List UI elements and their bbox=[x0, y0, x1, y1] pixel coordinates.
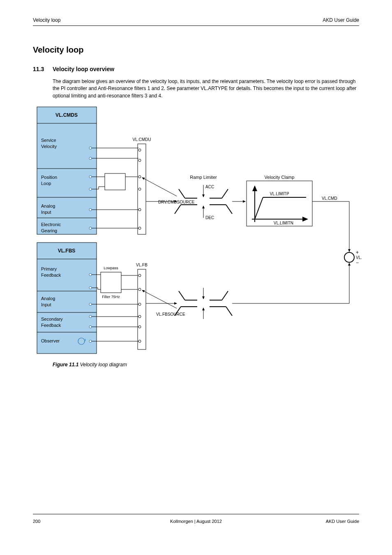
page-title: Velocity loop bbox=[33, 45, 83, 55]
svg-text:Service: Service bbox=[41, 138, 56, 143]
velocity-loop-diagram: VL.CMDS Service Velocity Position Loop A… bbox=[33, 103, 362, 358]
svg-point-30 bbox=[138, 188, 141, 190]
svg-line-45 bbox=[179, 189, 185, 198]
svg-text:VL.LIMITP: VL.LIMITP bbox=[270, 192, 289, 196]
svg-point-86 bbox=[89, 315, 92, 318]
svg-text:Lowpass: Lowpass bbox=[104, 266, 118, 270]
rule-bottom bbox=[33, 514, 359, 514]
svg-point-88 bbox=[89, 340, 92, 342]
svg-text:Electronic: Electronic bbox=[41, 222, 61, 227]
svg-text:Ramp Limiter: Ramp Limiter bbox=[190, 175, 217, 180]
svg-line-117 bbox=[179, 291, 185, 300]
svg-point-19 bbox=[89, 227, 92, 229]
svg-point-102 bbox=[138, 303, 141, 305]
svg-point-101 bbox=[138, 288, 141, 291]
svg-text:DRV.CMDSOURCE: DRV.CMDSOURCE bbox=[158, 200, 195, 204]
svg-text:VL.CMDS: VL.CMDS bbox=[55, 112, 78, 118]
svg-text:Primary: Primary bbox=[41, 266, 57, 271]
figure-caption: Figure 11.1 Velocity loop diagram bbox=[53, 362, 357, 368]
intro-paragraph: The diagram below gives an overview of t… bbox=[53, 78, 357, 99]
svg-text:Position: Position bbox=[41, 175, 57, 180]
svg-line-120 bbox=[226, 307, 232, 316]
svg-point-100 bbox=[138, 274, 141, 277]
svg-point-12 bbox=[89, 176, 92, 178]
svg-text:Input: Input bbox=[41, 302, 51, 307]
svg-text:Secondary: Secondary bbox=[41, 317, 63, 321]
svg-line-118 bbox=[222, 291, 228, 300]
svg-rect-0 bbox=[37, 107, 97, 234]
svg-text:VL.FB: VL.FB bbox=[136, 263, 148, 267]
svg-rect-99 bbox=[138, 269, 146, 349]
svg-text:Velocity Clamp: Velocity Clamp bbox=[265, 175, 295, 180]
svg-rect-20 bbox=[105, 173, 125, 190]
svg-point-66 bbox=[344, 252, 354, 262]
svg-point-16 bbox=[89, 208, 92, 211]
svg-point-31 bbox=[138, 208, 141, 211]
header-left: Velocity loop bbox=[33, 17, 60, 23]
rule-top bbox=[33, 25, 359, 26]
svg-line-48 bbox=[226, 205, 232, 214]
svg-point-83 bbox=[89, 273, 92, 276]
svg-point-85 bbox=[89, 303, 92, 305]
svg-text:Feedback: Feedback bbox=[41, 273, 61, 278]
svg-text:−: − bbox=[356, 260, 359, 266]
svg-text:Feedback: Feedback bbox=[41, 323, 61, 328]
svg-point-29 bbox=[138, 176, 141, 178]
svg-text:VL.FBSOURCE: VL.FBSOURCE bbox=[156, 312, 185, 317]
svg-point-8 bbox=[89, 147, 92, 149]
svg-text:VL.ERR: VL.ERR bbox=[356, 255, 362, 260]
svg-point-28 bbox=[138, 159, 141, 162]
svg-text:VL.CMD: VL.CMD bbox=[322, 196, 337, 201]
svg-point-87 bbox=[89, 326, 92, 328]
svg-text:Analog: Analog bbox=[41, 296, 55, 301]
svg-point-105 bbox=[138, 340, 141, 342]
svg-text:VL.CMDU: VL.CMDU bbox=[132, 137, 151, 142]
svg-text:ACC: ACC bbox=[205, 185, 214, 189]
header-right: AKD User Guide bbox=[323, 17, 359, 23]
section-title: Velocity loop overview bbox=[53, 66, 114, 72]
section-number: 11.3 bbox=[33, 66, 44, 72]
svg-line-111 bbox=[142, 290, 177, 308]
svg-text:Loop: Loop bbox=[41, 181, 51, 186]
svg-rect-90 bbox=[101, 272, 121, 293]
svg-point-27 bbox=[138, 149, 141, 151]
svg-line-46 bbox=[222, 189, 228, 198]
svg-point-103 bbox=[138, 315, 141, 318]
svg-point-13 bbox=[89, 188, 92, 190]
svg-text:Velocity: Velocity bbox=[41, 144, 57, 149]
footer-right: AKD User Guide bbox=[326, 519, 359, 524]
svg-line-38 bbox=[142, 178, 177, 196]
svg-text:Analog: Analog bbox=[41, 204, 55, 208]
svg-line-47 bbox=[175, 205, 181, 214]
svg-text:+: + bbox=[356, 250, 359, 255]
svg-text:Gearing: Gearing bbox=[41, 228, 57, 233]
svg-point-32 bbox=[138, 227, 141, 229]
svg-point-84 bbox=[89, 287, 92, 289]
svg-point-104 bbox=[138, 326, 141, 328]
svg-text:DEC: DEC bbox=[205, 215, 214, 220]
svg-text:Input: Input bbox=[41, 210, 51, 215]
svg-point-9 bbox=[89, 157, 92, 160]
svg-text:Filter 75Hz: Filter 75Hz bbox=[102, 295, 120, 299]
svg-text:VL.LIMITN: VL.LIMITN bbox=[274, 221, 293, 225]
svg-text:Observer: Observer bbox=[41, 338, 60, 343]
svg-text:VL.FBS: VL.FBS bbox=[58, 248, 76, 254]
